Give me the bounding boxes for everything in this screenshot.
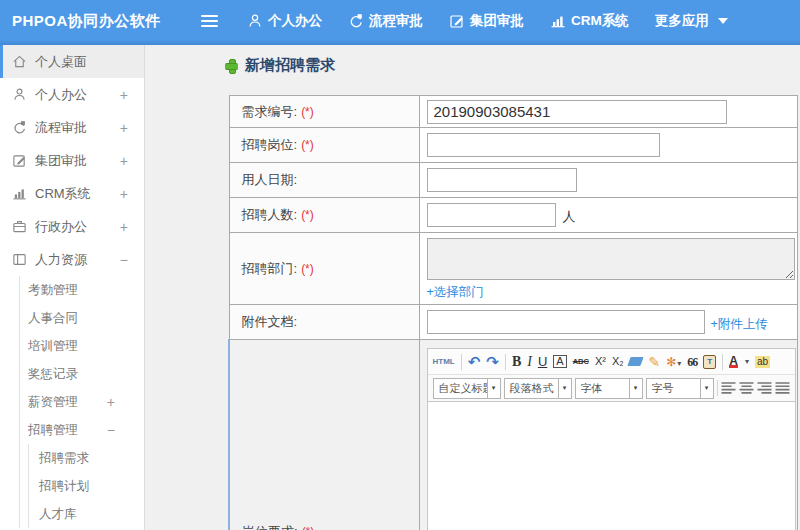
sidebar-item-label: 考勤管理: [28, 282, 78, 299]
field-label: 用人日期:: [229, 163, 419, 198]
topnav-more-apps[interactable]: 更多应用: [655, 12, 728, 30]
sidebar-item-recruitment-demand[interactable]: 招聘需求: [29, 444, 144, 472]
chart-icon: [12, 186, 27, 201]
eraser-icon[interactable]: [628, 357, 644, 366]
superscript-icon[interactable]: X²: [595, 356, 606, 367]
font-size-dropdown[interactable]: 字号 ▾: [646, 378, 714, 399]
process-icon: [12, 120, 27, 135]
topnav-label: CRM系统: [571, 12, 629, 30]
attachment-input[interactable]: [427, 310, 705, 334]
sidebar-item-workflow-approval[interactable]: 流程审批 +: [0, 111, 144, 144]
sidebar-item-crm-system[interactable]: CRM系统 +: [0, 177, 144, 210]
expand-plus-icon[interactable]: +: [120, 186, 128, 202]
add-plus-icon: [225, 59, 238, 72]
form-row-headcount: 招聘人数:(*) 人: [229, 198, 798, 233]
attachment-upload-link[interactable]: +附件上传: [711, 317, 768, 331]
demand-number-input[interactable]: [427, 100, 727, 124]
subscript-icon[interactable]: X₂: [612, 356, 624, 367]
process-icon: [348, 13, 364, 29]
editor-content-area[interactable]: [428, 402, 795, 530]
font-color-icon[interactable]: A: [729, 355, 738, 368]
sidebar-item-personal-desktop[interactable]: 个人桌面: [0, 45, 144, 78]
topnav-label: 个人办公: [268, 12, 322, 30]
align-center-icon[interactable]: [739, 382, 754, 394]
sidebar-item-talent-pool[interactable]: 人才库: [29, 500, 144, 528]
field-label: 招聘人数:(*): [229, 198, 419, 233]
caret-down-icon: ▾: [700, 379, 713, 398]
expand-plus-icon[interactable]: +: [120, 120, 128, 136]
align-right-icon[interactable]: [757, 382, 772, 394]
select-department-link[interactable]: +选择部门: [427, 284, 484, 301]
briefcase-icon: [12, 219, 27, 234]
expand-plus-icon[interactable]: +: [120, 219, 128, 235]
toolbar-separator: [722, 354, 723, 370]
blockquote-icon[interactable]: 66: [687, 356, 697, 368]
sidebar-item-group-approval[interactable]: 集团审批 +: [0, 144, 144, 177]
topnav-crm-system[interactable]: CRM系统: [550, 12, 629, 30]
sidebar-item-training-mgmt[interactable]: 培训管理: [20, 332, 144, 360]
underline-icon[interactable]: U: [538, 355, 547, 368]
sidebar-item-label: 招聘管理: [28, 422, 78, 439]
sidebar-item-attendance-mgmt[interactable]: 考勤管理: [20, 276, 144, 304]
sidebar-item-salary-mgmt[interactable]: 薪资管理 +: [20, 388, 144, 416]
sidebar-item-label: CRM系统: [35, 185, 91, 203]
caret-down-icon: ▾: [487, 379, 500, 398]
headcount-input[interactable]: [427, 203, 556, 227]
sidebar-item-personnel-contract[interactable]: 人事合同: [20, 304, 144, 332]
sidebar-recruitment-submenu: 招聘需求 招聘计划 人才库: [28, 444, 144, 528]
page-title-text: 新增招聘需求: [245, 56, 335, 75]
sidebar-item-human-resources[interactable]: 人力资源 −: [0, 243, 144, 276]
department-textarea[interactable]: [427, 238, 795, 280]
top-navigation: 个人办公 流程审批 集团审批 CRM系统 更多应用: [247, 0, 728, 42]
align-left-icon[interactable]: [721, 382, 736, 394]
topnav-personal-office[interactable]: 个人办公: [247, 12, 322, 30]
editor-toolbar-row1: HTML ↶ ↷ B I U A ABC X² X₂ ✎: [428, 349, 795, 375]
color-palette-icon[interactable]: ✻▾: [666, 356, 681, 368]
field-label: 需求编号:(*): [229, 96, 419, 128]
sidebar-item-personal-office[interactable]: 个人办公 +: [0, 78, 144, 111]
form-row-demand-number: 需求编号:(*): [229, 96, 798, 128]
sidebar-item-admin-office[interactable]: 行政办公 +: [0, 210, 144, 243]
sidebar-item-label: 奖惩记录: [28, 366, 78, 383]
sidebar-item-reward-punishment[interactable]: 奖惩记录: [20, 360, 144, 388]
toolbar-separator: [505, 354, 506, 370]
caret-down-icon: ▾: [629, 379, 642, 398]
edit-icon: [12, 153, 27, 168]
bold-icon[interactable]: B: [512, 355, 521, 369]
font-family-dropdown[interactable]: 字体 ▾: [575, 378, 643, 399]
paragraph-format-dropdown[interactable]: 段落格式 ▾: [504, 378, 572, 399]
custom-title-dropdown[interactable]: 自定义标题 ▾: [433, 378, 501, 399]
editor-toolbar-row2: 自定义标题 ▾ 段落格式 ▾ 字体 ▾ 字号 ▾: [428, 375, 795, 402]
position-input[interactable]: [427, 133, 660, 157]
required-marker: (*): [301, 208, 314, 222]
form-row-attachment: 附件文档: +附件上传: [229, 305, 798, 340]
align-justify-icon[interactable]: [775, 382, 790, 394]
sidebar-item-recruitment-mgmt[interactable]: 招聘管理 −: [20, 416, 144, 444]
topnav-group-approval[interactable]: 集团审批: [449, 12, 524, 30]
expand-plus-icon[interactable]: +: [107, 394, 115, 410]
html-source-button[interactable]: HTML: [433, 358, 455, 366]
expand-plus-icon[interactable]: +: [120, 87, 128, 103]
italic-icon[interactable]: I: [527, 355, 532, 369]
sidebar-item-label: 薪资管理: [28, 394, 78, 411]
undo-icon[interactable]: ↶: [468, 354, 481, 369]
expand-plus-icon[interactable]: +: [120, 153, 128, 169]
menu-toggle-icon[interactable]: [201, 15, 218, 27]
required-marker: (*): [301, 262, 314, 276]
edit-icon: [449, 13, 465, 29]
headcount-unit: 人: [563, 209, 576, 224]
collapse-minus-icon[interactable]: −: [107, 422, 115, 438]
strikethrough-icon[interactable]: ABC: [573, 358, 589, 366]
hire-date-input[interactable]: [427, 168, 577, 192]
collapse-minus-icon[interactable]: −: [120, 252, 128, 268]
app-logo: PHPOA协同办公软件: [12, 0, 161, 42]
topnav-workflow-approval[interactable]: 流程审批: [348, 12, 423, 30]
sidebar-hr-submenu: 考勤管理 人事合同 培训管理 奖惩记录 薪资管理 + 招聘管理 − 招聘需求 招…: [19, 276, 144, 528]
sidebar-item-recruitment-plan[interactable]: 招聘计划: [29, 472, 144, 500]
format-brush-icon[interactable]: ✎: [648, 355, 660, 369]
highlight-color-icon[interactable]: ab: [755, 356, 770, 368]
char-border-icon[interactable]: A: [553, 355, 566, 368]
field-label: 招聘部门:(*): [229, 233, 419, 305]
paste-text-icon[interactable]: T: [703, 355, 716, 369]
redo-icon[interactable]: ↷: [486, 354, 499, 369]
